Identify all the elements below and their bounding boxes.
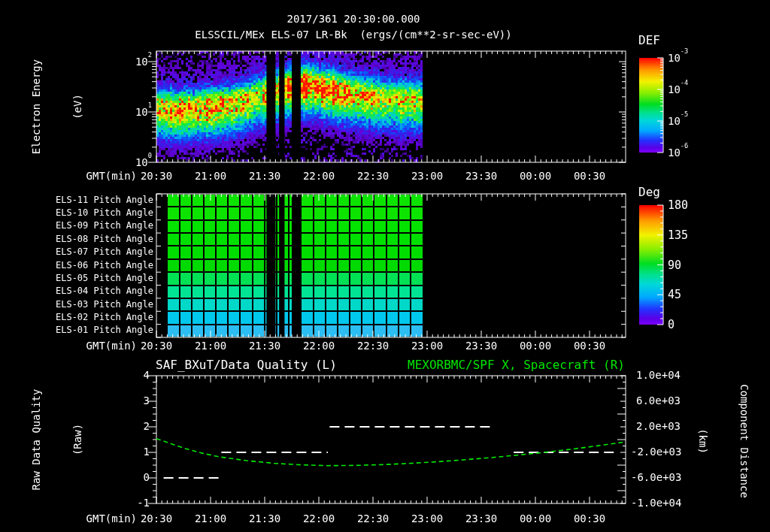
panel3-right-series-title: MEXORBMC/SPF X, Spacecraft (R)	[408, 358, 625, 372]
panel3-right-y-tick-label: 6.0e+03	[636, 395, 681, 407]
panel1-x-tick-label: 22:30	[357, 171, 389, 182]
plot-title-datetime: 2017/361 20:30:00.000	[286, 14, 420, 25]
panel3-right-y-tick-label: -1.0e+04	[631, 497, 681, 509]
colorbar1-tick-label: 10-5	[668, 115, 688, 127]
panel3-right-y-axis-unit: (km)	[696, 384, 710, 498]
panel2-x-tick-label: 21:30	[249, 340, 280, 352]
panel1-x-tick-label: 00:00	[520, 171, 551, 182]
panel1-y-tick-label: 100	[135, 156, 152, 168]
pitch-row-label: ELS-03 Pitch Angle	[56, 300, 153, 310]
panel3-x-tick-label: 20:30	[141, 513, 172, 524]
panel1-x-tick-label: 00:30	[574, 171, 605, 182]
panel3-left-y-tick-label: 1	[144, 446, 150, 458]
panel2-x-tick-label: 21:00	[195, 340, 226, 352]
panel2-x-tick-label: 22:30	[357, 340, 389, 352]
pitch-row-label: ELS-08 Pitch Angle	[56, 234, 153, 244]
panel1-x-tick-label: 21:00	[195, 171, 226, 182]
colorbar2-title: Deg	[638, 186, 660, 199]
pitch-row-label: ELS-01 Pitch Angle	[56, 326, 153, 336]
plot-title-source: ELSSCIL/MEx ELS-07 LR-Bk (ergs/(cm**2-sr…	[195, 29, 511, 41]
pitch-angle-heatmap-canvas	[156, 194, 626, 337]
colorbar1-title: DEF	[638, 34, 660, 47]
pitch-row-label: ELS-09 Pitch Angle	[56, 222, 153, 231]
colorbar2-tick-label: 135	[668, 229, 688, 242]
panel2-x-tick-label: 23:00	[411, 340, 443, 352]
colorbar2-tick-label: 90	[668, 258, 681, 271]
colorbar1-tick-label: 10-4	[668, 83, 688, 95]
panel1-gmt-axis-label: GMT(min)	[86, 171, 137, 182]
panel1-x-tick-label: 23:00	[411, 171, 443, 182]
panel3-right-y-tick-label: 1.0e+04	[636, 370, 681, 381]
panel2-x-tick-label: 20:30	[141, 340, 172, 352]
panel3-x-tick-label: 00:30	[574, 513, 605, 524]
panel3-x-tick-label: 23:30	[465, 513, 497, 524]
panel3-x-tick-label: 23:00	[411, 513, 443, 524]
panel1-x-tick-label: 20:30	[141, 171, 172, 182]
colorbar1-tick-label: 10-3	[668, 52, 688, 64]
colorbar2-tick-label: 180	[668, 199, 688, 212]
panel1-y-axis-label: Electron Energy (eV)	[2, 59, 112, 154]
pitch-row-label: ELS-10 Pitch Angle	[56, 208, 153, 218]
panel1-x-tick-label: 22:00	[303, 171, 335, 182]
panel3-x-tick-label: 22:00	[303, 513, 335, 524]
panel1-y-tick-label: 101	[135, 106, 152, 118]
panel1-x-tick-label: 23:30	[465, 171, 497, 182]
panel2-x-tick-label: 23:30	[465, 340, 497, 352]
panel1-y-axis-unit: (eV)	[71, 59, 84, 154]
panel2-x-tick-label: 22:00	[303, 340, 335, 352]
panel3-left-y-tick-label: 0	[144, 472, 150, 483]
panel2-gmt-axis-label: GMT(min)	[86, 340, 137, 352]
panel3-right-y-axis-label-text: Component Distance	[737, 384, 750, 498]
panel3-left-y-axis-unit: (Raw)	[71, 389, 84, 491]
panel3-x-tick-label: 21:30	[249, 513, 280, 524]
panel3-left-y-tick-label: 4	[144, 370, 150, 381]
pitch-row-label: ELS-06 Pitch Angle	[56, 261, 153, 271]
pitch-row-label: ELS-04 Pitch Angle	[56, 287, 153, 297]
panel3-left-y-tick-label: 3	[144, 395, 150, 407]
colorbar1-gradient	[639, 58, 663, 153]
panel3-left-y-axis-label-text: Raw Data Quality	[30, 389, 44, 491]
panel3-x-tick-label: 22:30	[357, 513, 389, 524]
panel2-x-tick-label: 00:00	[520, 340, 551, 352]
pitch-row-label: ELS-11 Pitch Angle	[56, 195, 153, 205]
panel3-left-series-title: SAF_BXuT/Data Quality (L)	[156, 358, 337, 372]
panel3-gmt-axis-label: GMT(min)	[86, 513, 137, 524]
colorbar2-tick-label: 0	[668, 319, 675, 331]
colorbar2-gradient	[639, 205, 663, 325]
colorbar1-tick-label: 10-6	[668, 147, 688, 159]
panel1-y-tick-label: 102	[135, 56, 152, 68]
colorbar2-tick-label: 45	[668, 289, 681, 301]
panel3-left-y-tick-label: 2	[144, 421, 150, 432]
panel3-right-y-tick-label: -2.0e+03	[631, 446, 681, 458]
pitch-row-label: ELS-05 Pitch Angle	[56, 274, 153, 283]
panel3-right-y-axis-label: Component Distance (km)	[668, 384, 770, 498]
panel3-left-y-tick-label: -1	[137, 497, 150, 509]
panel3-left-y-axis-label: Raw Data Quality (Raw)	[2, 389, 112, 491]
panel3-x-tick-label: 21:00	[195, 513, 226, 524]
pitch-row-label: ELS-02 Pitch Angle	[56, 313, 153, 322]
panel3-right-y-tick-label: 2.0e+03	[636, 421, 681, 432]
panel1-x-tick-label: 21:30	[249, 171, 280, 182]
panel1-y-axis-label-text: Electron Energy	[30, 59, 44, 154]
panel3-x-tick-label: 00:00	[520, 513, 551, 524]
panel2-x-tick-label: 00:30	[574, 340, 605, 352]
electron-energy-spectrogram-canvas	[156, 51, 626, 162]
panel3-right-y-tick-label: -6.0e+03	[631, 472, 681, 483]
plot-page: 2017/361 20:30:00.000 ELSSCIL/MEx ELS-07…	[0, 0, 770, 532]
pitch-row-label: ELS-07 Pitch Angle	[56, 248, 153, 258]
